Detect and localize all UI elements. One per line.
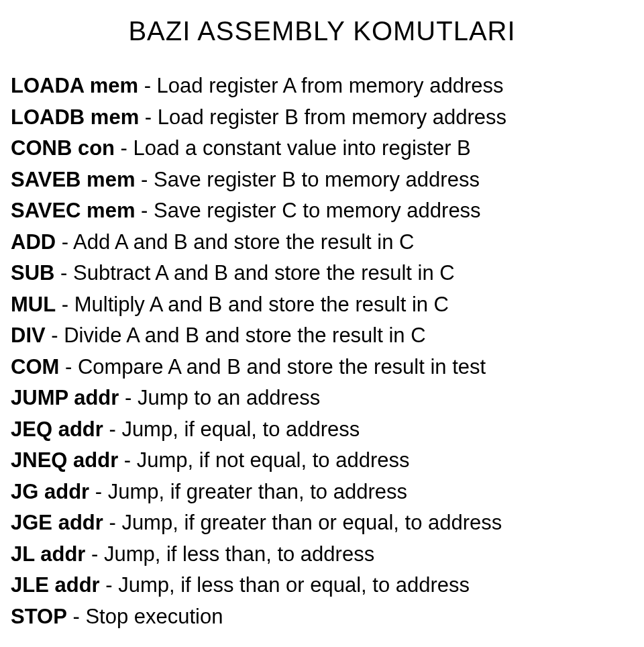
instruction-description: - Jump, if greater than or equal, to add… <box>103 511 502 534</box>
instruction-mnemonic: LOADB mem <box>11 105 139 129</box>
instruction-mnemonic: COM <box>11 355 59 379</box>
instruction-description: - Stop execution <box>67 605 223 628</box>
instruction-entry: LOADA mem - Load register A from memory … <box>11 70 633 102</box>
instruction-mnemonic: JL addr <box>11 542 85 566</box>
instruction-mnemonic: JNEQ addr <box>11 448 118 472</box>
instruction-description: - Subtract A and B and store the result … <box>54 261 454 285</box>
instruction-description: - Jump to an address <box>119 386 320 409</box>
instruction-mnemonic: LOADA mem <box>11 74 138 97</box>
instruction-entry: SUB - Subtract A and B and store the res… <box>11 258 633 289</box>
instruction-description: - Jump, if less than or equal, to addres… <box>100 573 470 597</box>
instruction-entry: JG addr - Jump, if greater than, to addr… <box>11 477 633 508</box>
instruction-mnemonic: MUL <box>11 293 56 316</box>
instruction-mnemonic: JLE addr <box>11 573 100 597</box>
document-page: BAZI ASSEMBLY KOMUTLARI LOADA mem - Load… <box>0 0 644 647</box>
instruction-mnemonic: CONB con <box>11 136 115 160</box>
instruction-description: - Save register C to memory address <box>136 199 481 222</box>
instruction-description: - Jump, if greater than, to address <box>89 480 407 503</box>
instruction-mnemonic: JEQ addr <box>11 417 103 441</box>
instruction-description: - Add A and B and store the result in C <box>56 230 414 254</box>
instruction-entry: JEQ addr - Jump, if equal, to address <box>11 414 633 446</box>
instruction-entry: JL addr - Jump, if less than, to address <box>11 539 633 570</box>
instruction-description: - Jump, if less than, to address <box>85 542 374 566</box>
instruction-mnemonic: JGE addr <box>11 511 103 534</box>
instruction-description: - Load register B from memory address <box>139 105 506 129</box>
instruction-description: - Jump, if not equal, to address <box>118 448 409 472</box>
instruction-entry: COM - Compare A and B and store the resu… <box>11 352 633 383</box>
instruction-mnemonic: JG addr <box>11 480 89 503</box>
instruction-mnemonic: DIV <box>11 324 46 347</box>
instruction-description: - Multiply A and B and store the result … <box>56 293 449 316</box>
instruction-list: LOADA mem - Load register A from memory … <box>11 70 633 632</box>
instruction-description: - Compare A and B and store the result i… <box>59 355 486 379</box>
instruction-mnemonic: SUB <box>11 261 54 285</box>
instruction-entry: CONB con - Load a constant value into re… <box>11 133 633 164</box>
instruction-mnemonic: STOP <box>11 605 67 628</box>
instruction-description: - Load register A from memory address <box>138 74 503 97</box>
instruction-entry: MUL - Multiply A and B and store the res… <box>11 289 633 321</box>
instruction-entry: ADD - Add A and B and store the result i… <box>11 227 633 258</box>
instruction-entry: STOP - Stop execution <box>11 601 633 633</box>
instruction-entry: JUMP addr - Jump to an address <box>11 383 633 414</box>
instruction-description: - Jump, if equal, to address <box>103 417 360 441</box>
instruction-entry: SAVEB mem - Save register B to memory ad… <box>11 164 633 196</box>
instruction-mnemonic: ADD <box>11 230 56 254</box>
instruction-description: - Save register B to memory address <box>136 168 480 191</box>
instruction-entry: DIV - Divide A and B and store the resul… <box>11 320 633 352</box>
instruction-description: - Load a constant value into register B <box>115 136 471 160</box>
instruction-description: - Divide A and B and store the result in… <box>46 324 426 347</box>
instruction-entry: JGE addr - Jump, if greater than or equa… <box>11 507 633 539</box>
instruction-entry: JLE addr - Jump, if less than or equal, … <box>11 570 633 601</box>
instruction-mnemonic: JUMP addr <box>11 386 119 409</box>
page-title: BAZI ASSEMBLY KOMUTLARI <box>11 16 633 46</box>
instruction-entry: SAVEC mem - Save register C to memory ad… <box>11 195 633 227</box>
instruction-mnemonic: SAVEB mem <box>11 168 136 191</box>
instruction-entry: LOADB mem - Load register B from memory … <box>11 102 633 134</box>
instruction-mnemonic: SAVEC mem <box>11 199 136 222</box>
instruction-entry: JNEQ addr - Jump, if not equal, to addre… <box>11 445 633 477</box>
